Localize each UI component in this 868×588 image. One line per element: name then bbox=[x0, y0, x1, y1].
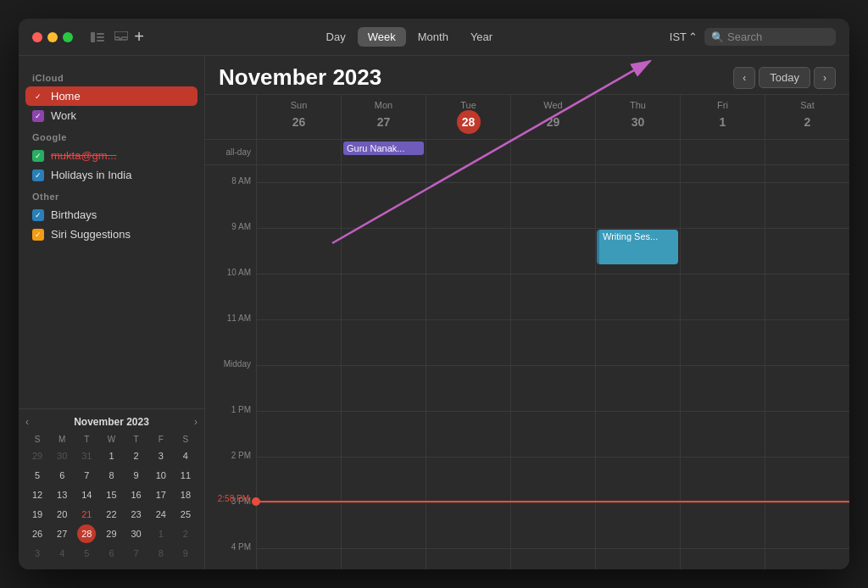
mini-day-3-dec[interactable]: 3 bbox=[28, 544, 47, 563]
hour-cell-12-5[interactable] bbox=[680, 548, 765, 569]
mini-day-2-dec[interactable]: 2 bbox=[176, 524, 195, 543]
sidebar-item-google-main[interactable]: ✓ mukta@gm... bbox=[25, 146, 198, 165]
minimize-button[interactable] bbox=[47, 32, 58, 42]
allday-cell-mon[interactable]: Guru Nanak... bbox=[341, 140, 426, 164]
search-input[interactable] bbox=[727, 31, 829, 43]
close-button[interactable] bbox=[32, 32, 42, 42]
cal-prev-button[interactable]: ‹ bbox=[733, 67, 755, 89]
google-main-checkbox[interactable]: ✓ bbox=[32, 150, 44, 162]
year-view-button[interactable]: Year bbox=[460, 27, 503, 47]
hour-cell-4-4[interactable] bbox=[595, 182, 680, 228]
home-checkbox[interactable]: ✓ bbox=[32, 91, 44, 103]
hour-cell-4-1[interactable] bbox=[341, 182, 426, 228]
hour-cell-6-2[interactable] bbox=[426, 274, 510, 319]
mini-day-30[interactable]: 30 bbox=[127, 524, 146, 543]
mini-cal-prev[interactable]: ‹ bbox=[25, 416, 29, 428]
hour-cell-11-1[interactable] bbox=[341, 502, 426, 548]
mini-day-21[interactable]: 21 bbox=[77, 505, 96, 524]
hour-cell-12-4[interactable] bbox=[595, 548, 680, 569]
sidebar-item-home[interactable]: ✓ Home bbox=[25, 86, 198, 106]
hour-cell-8-1[interactable] bbox=[341, 365, 426, 411]
hour-cell-3-0[interactable] bbox=[256, 165, 341, 182]
allday-cell-tue[interactable] bbox=[426, 140, 510, 164]
hour-cell-12-0[interactable] bbox=[256, 548, 341, 569]
hour-cell-3-6[interactable] bbox=[765, 165, 849, 182]
allday-cell-sun[interactable] bbox=[256, 140, 341, 164]
mini-day-25[interactable]: 25 bbox=[176, 505, 195, 524]
hour-cell-10-5[interactable] bbox=[680, 457, 765, 502]
guru-nanak-event[interactable]: Guru Nanak... bbox=[343, 141, 424, 155]
mini-day-23[interactable]: 23 bbox=[127, 505, 146, 524]
hour-cell-10-6[interactable] bbox=[765, 457, 849, 502]
hour-cell-9-1[interactable] bbox=[341, 411, 426, 457]
hour-cell-3-1[interactable] bbox=[341, 165, 426, 182]
add-event-button[interactable]: + bbox=[129, 27, 149, 47]
hour-cell-5-3[interactable] bbox=[510, 228, 595, 274]
day-view-button[interactable]: Day bbox=[316, 27, 356, 47]
mini-day-10[interactable]: 10 bbox=[152, 466, 170, 485]
sidebar-item-siri[interactable]: ✓ Siri Suggestions bbox=[25, 225, 198, 244]
mini-day-2[interactable]: 2 bbox=[127, 447, 146, 465]
hour-cell-10-0[interactable] bbox=[256, 457, 341, 502]
mini-day-15[interactable]: 15 bbox=[102, 485, 120, 504]
hour-cell-3-5[interactable] bbox=[680, 165, 765, 182]
hour-cell-8-6[interactable] bbox=[765, 365, 849, 411]
mini-day-1-dec[interactable]: 1 bbox=[152, 524, 170, 543]
hour-cell-9-2[interactable] bbox=[426, 411, 510, 457]
mini-day-28-today[interactable]: 28 bbox=[77, 524, 96, 543]
hour-cell-5-1[interactable] bbox=[341, 228, 426, 274]
hour-cell-7-0[interactable] bbox=[256, 319, 341, 365]
hour-cell-11-0[interactable] bbox=[256, 502, 341, 548]
inbox-icon[interactable] bbox=[114, 31, 129, 43]
allday-cell-fri[interactable] bbox=[680, 140, 765, 164]
hour-cell-4-3[interactable] bbox=[510, 182, 595, 228]
mini-day-6-dec[interactable]: 6 bbox=[102, 544, 120, 563]
mini-day-1[interactable]: 1 bbox=[102, 447, 120, 465]
mini-day-12[interactable]: 12 bbox=[28, 485, 47, 504]
maximize-button[interactable] bbox=[63, 32, 73, 42]
hour-cell-3-2[interactable] bbox=[426, 165, 510, 182]
mini-day-5[interactable]: 5 bbox=[28, 466, 47, 485]
allday-cell-thu[interactable] bbox=[595, 140, 680, 164]
hour-cell-6-5[interactable] bbox=[680, 274, 765, 319]
mini-day-7[interactable]: 7 bbox=[77, 466, 96, 485]
cal-next-button[interactable]: › bbox=[814, 67, 836, 89]
work-checkbox[interactable]: ✓ bbox=[32, 110, 44, 122]
birthdays-checkbox[interactable]: ✓ bbox=[32, 209, 44, 221]
hour-cell-5-2[interactable] bbox=[426, 228, 510, 274]
mini-day-27[interactable]: 27 bbox=[53, 524, 71, 543]
mini-day-4-dec[interactable]: 4 bbox=[53, 544, 71, 563]
hour-cell-8-0[interactable] bbox=[256, 365, 341, 411]
hour-cell-12-3[interactable] bbox=[510, 548, 595, 569]
sidebar-item-holidays[interactable]: ✓ Holidays in India bbox=[25, 165, 198, 185]
search-bar[interactable]: 🔍 bbox=[704, 28, 836, 46]
mini-day-3[interactable]: 3 bbox=[152, 447, 170, 465]
hour-cell-10-2[interactable] bbox=[426, 457, 510, 502]
hour-cell-7-4[interactable] bbox=[595, 319, 680, 365]
mini-day-5-dec[interactable]: 5 bbox=[77, 544, 96, 563]
hour-cell-5-6[interactable] bbox=[765, 228, 849, 274]
writing-session-event[interactable]: Writing Ses... bbox=[597, 230, 678, 264]
mini-day-6[interactable]: 6 bbox=[53, 466, 71, 485]
mini-day-31-oct[interactable]: 31 bbox=[77, 447, 96, 465]
hour-cell-9-3[interactable] bbox=[510, 411, 595, 457]
hour-cell-11-5[interactable] bbox=[680, 502, 765, 548]
hour-cell-9-0[interactable] bbox=[256, 411, 341, 457]
today-button[interactable]: Today bbox=[759, 67, 810, 88]
allday-cell-wed[interactable] bbox=[510, 140, 595, 164]
month-view-button[interactable]: Month bbox=[408, 27, 459, 47]
mini-day-17[interactable]: 17 bbox=[152, 485, 170, 504]
hour-cell-4-5[interactable] bbox=[680, 182, 765, 228]
mini-day-26[interactable]: 26 bbox=[28, 524, 47, 543]
hour-cell-10-3[interactable] bbox=[510, 457, 595, 502]
hour-cell-10-1[interactable] bbox=[341, 457, 426, 502]
hour-cell-7-2[interactable] bbox=[426, 319, 510, 365]
hour-cell-3-4[interactable] bbox=[595, 165, 680, 182]
sidebar-toggle-icon[interactable] bbox=[90, 31, 105, 43]
hour-cell-7-5[interactable] bbox=[680, 319, 765, 365]
hour-cell-10-4[interactable] bbox=[595, 457, 680, 502]
mini-day-16[interactable]: 16 bbox=[127, 485, 146, 504]
mini-day-29[interactable]: 29 bbox=[102, 524, 120, 543]
hour-cell-6-4[interactable] bbox=[595, 274, 680, 319]
hour-cell-6-3[interactable] bbox=[510, 274, 595, 319]
